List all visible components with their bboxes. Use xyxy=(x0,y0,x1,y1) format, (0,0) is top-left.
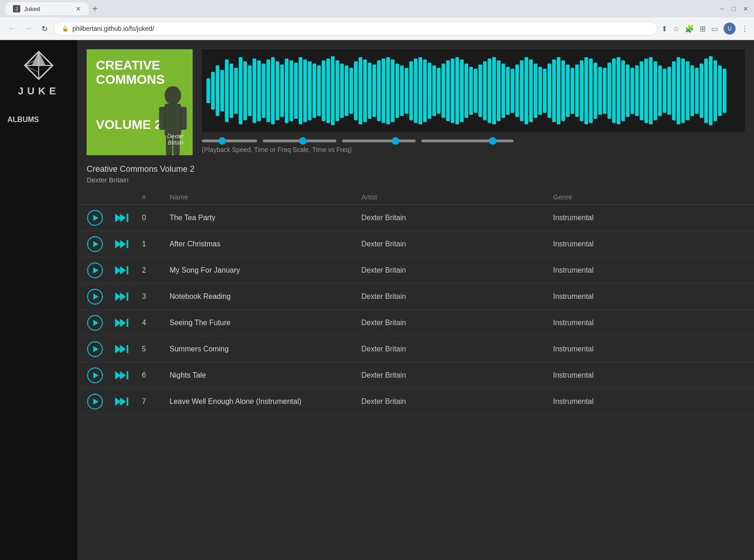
svg-point-5 xyxy=(165,86,181,105)
minimize-icon[interactable]: ─ xyxy=(720,5,725,12)
waveform-bar xyxy=(340,64,344,118)
track-list: # Name Artist Genre 0The Tea PartyDexter… xyxy=(77,189,754,415)
skip-button[interactable] xyxy=(114,395,129,408)
waveform-bar xyxy=(400,65,404,116)
play-button[interactable] xyxy=(87,341,103,357)
waveform-bar xyxy=(690,65,694,116)
album-art-line1: CREATIVE xyxy=(96,58,160,72)
waveform-bar xyxy=(303,59,307,122)
play-button[interactable] xyxy=(87,367,103,384)
skip-button[interactable] xyxy=(114,264,129,277)
tab-close-button[interactable]: ✕ xyxy=(76,5,81,12)
waveform-bar xyxy=(557,57,560,124)
title-bar: J Juked ✕ + ─ □ ✕ xyxy=(0,0,754,18)
svg-rect-8 xyxy=(180,107,187,130)
track-genre: Instrumental xyxy=(553,371,745,379)
bookmark-icon[interactable]: ☆ xyxy=(673,24,679,33)
share-icon[interactable]: ⬆ xyxy=(661,24,667,33)
logo-icon xyxy=(23,49,55,82)
forward-button[interactable]: → xyxy=(22,23,35,35)
header-genre: Genre xyxy=(553,193,745,201)
svg-rect-25 xyxy=(127,266,129,274)
waveform-bar xyxy=(667,67,671,115)
waveform-bar xyxy=(612,58,616,123)
extensions-icon[interactable]: 🧩 xyxy=(685,24,694,33)
address-bar[interactable]: 🔒 philbertani.github.io/fs/juked/ xyxy=(54,22,658,35)
new-tab-button[interactable]: + xyxy=(88,4,101,14)
waveform-bar xyxy=(354,61,358,120)
waveform-bar xyxy=(709,56,713,125)
play-button[interactable] xyxy=(87,393,103,410)
profile-avatar[interactable]: U xyxy=(724,23,736,35)
track-number: 5 xyxy=(142,345,170,353)
skip-button[interactable] xyxy=(114,290,129,303)
freq-scale-slider[interactable] xyxy=(263,140,336,142)
waveform-bar xyxy=(607,63,611,119)
sidebar-item-label: ALBUMS xyxy=(7,116,39,123)
waveform-bar xyxy=(718,65,722,116)
back-button[interactable]: ← xyxy=(6,23,18,35)
waveform-bar xyxy=(372,64,376,117)
svg-marker-49 xyxy=(120,397,125,406)
play-button[interactable] xyxy=(87,288,103,305)
reload-button[interactable]: ↻ xyxy=(39,23,50,35)
svg-marker-33 xyxy=(115,319,121,327)
play-button[interactable] xyxy=(87,262,103,279)
waveform-bar xyxy=(294,63,298,119)
header-artist: Artist xyxy=(361,193,553,201)
split-screen-icon[interactable]: ▭ xyxy=(711,24,718,33)
sidebar-item-albums[interactable]: ALBUMS xyxy=(0,111,77,128)
browser-tab[interactable]: J Juked ✕ xyxy=(6,2,88,15)
waveform-bar xyxy=(382,58,385,123)
waveform-bar xyxy=(575,64,579,117)
tab-search-icon[interactable]: ⊞ xyxy=(700,24,706,33)
skip-button[interactable] xyxy=(114,369,129,382)
playback-speed-slider[interactable] xyxy=(202,140,257,142)
menu-icon[interactable]: ⋮ xyxy=(741,24,748,33)
waveform-bar xyxy=(285,58,289,123)
track-number: 3 xyxy=(142,292,170,301)
waveform-bar xyxy=(658,65,662,116)
track-name: Summers Coming xyxy=(170,345,361,353)
waveform-bar xyxy=(349,68,353,114)
maximize-icon[interactable]: □ xyxy=(732,5,736,12)
svg-marker-39 xyxy=(120,345,125,353)
svg-marker-19 xyxy=(120,240,125,248)
play-button[interactable] xyxy=(87,315,103,331)
waveform-bar xyxy=(644,58,648,123)
waveform-bar xyxy=(506,67,510,115)
waveform-bar xyxy=(538,67,542,115)
track-genre: Instrumental xyxy=(553,214,745,222)
track-artist: Dexter Britain xyxy=(361,371,553,379)
skip-button[interactable] xyxy=(114,238,129,251)
waveform-bar xyxy=(654,61,657,120)
track-number: 7 xyxy=(142,397,170,406)
track-row: 0The Tea PartyDexter BritainInstrumental xyxy=(77,205,754,231)
skip-button[interactable] xyxy=(114,343,129,356)
svg-marker-17 xyxy=(93,241,98,247)
play-button[interactable] xyxy=(87,236,103,252)
svg-marker-18 xyxy=(115,240,121,248)
skip-icon xyxy=(114,264,129,277)
logo-container: JUKE xyxy=(18,49,60,97)
time-vs-freq-slider[interactable] xyxy=(342,140,416,142)
svg-rect-6 xyxy=(165,104,181,136)
close-window-icon[interactable]: ✕ xyxy=(743,5,748,12)
skip-button[interactable] xyxy=(114,316,129,329)
waveform-bar xyxy=(395,64,399,118)
time-scale-slider[interactable] xyxy=(421,140,513,142)
play-button[interactable] xyxy=(87,210,103,226)
play-icon xyxy=(87,315,103,331)
track-row: 1After ChristmasDexter BritainInstrument… xyxy=(77,231,754,257)
waveform-bar xyxy=(589,58,593,123)
sidebar: JUKE ALBUMS xyxy=(0,40,77,560)
waveform-bar xyxy=(649,57,653,124)
window-controls: ─ □ ✕ xyxy=(720,5,748,12)
skip-button[interactable] xyxy=(114,211,129,224)
play-icon xyxy=(87,262,103,278)
track-row: 7Leave Well Enough Alone (Instrumental)D… xyxy=(77,389,754,415)
skip-icon xyxy=(114,290,129,303)
waveform-bar xyxy=(216,65,219,116)
waveform-bar xyxy=(474,69,477,112)
track-artist: Dexter Britain xyxy=(361,240,553,248)
